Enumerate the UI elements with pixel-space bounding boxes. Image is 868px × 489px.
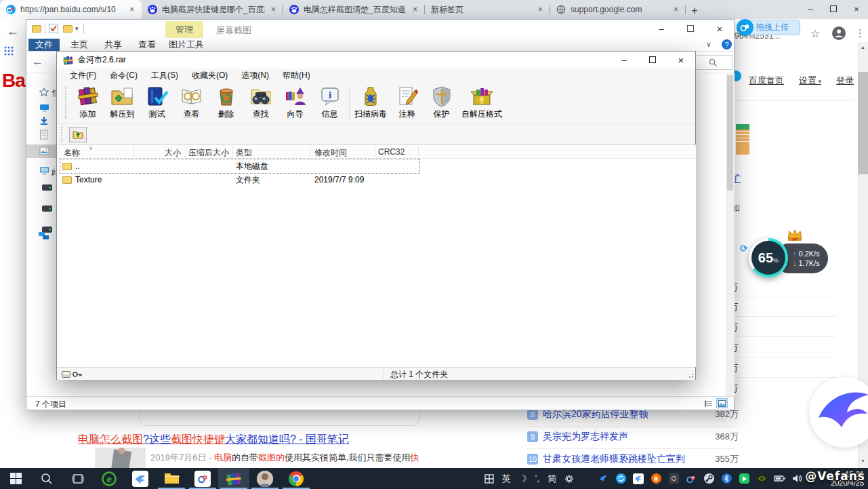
browser-restore-button[interactable]	[822, 0, 845, 18]
this-pc-icon[interactable]	[39, 166, 49, 176]
taskbar-app-avatar[interactable]	[249, 468, 281, 489]
baidu-home-link[interactable]: 百度首页	[749, 75, 784, 87]
tray-player-icon[interactable]	[735, 468, 753, 489]
search-result-title-link[interactable]: 电脑怎么截图?这些截图快捷键大家都知道吗? - 国哥笔记	[78, 433, 349, 447]
qat-dropdown-icon[interactable]: ▾	[75, 25, 79, 32]
network-icon[interactable]	[38, 231, 49, 241]
quick-access-star-icon[interactable]	[39, 87, 49, 97]
file-row-up[interactable]: .. 本地磁盘	[62, 159, 686, 173]
documents-icon[interactable]	[39, 130, 48, 140]
tab-close-icon[interactable]: ×	[411, 5, 419, 14]
browser-tab-baidu-zhidao[interactable]: 电脑怎样截图清楚_百度知道 ×	[283, 0, 425, 19]
toolbar-grip[interactable]	[65, 86, 68, 119]
winrar-minimize-button[interactable]: –	[610, 52, 638, 68]
taskbar-app-explorer[interactable]	[156, 468, 187, 489]
explorer-tab-share[interactable]: 共享	[98, 39, 128, 51]
qat-properties-icon[interactable]	[49, 24, 58, 33]
menu-file[interactable]: 文件(F)	[63, 70, 103, 81]
taskbar-app-winrar[interactable]	[218, 468, 249, 489]
bookmark-star-icon[interactable]: ☆	[810, 27, 820, 40]
browser-tab-baidu-search[interactable]: 电脑截屏快捷键是哪个_百度搜 ×	[142, 0, 283, 19]
winrar-maximize-button[interactable]	[638, 52, 667, 68]
menu-favorites[interactable]: 收藏夹(O)	[185, 70, 234, 81]
tray-volume-icon[interactable]	[788, 468, 806, 489]
profile-avatar-icon[interactable]	[832, 26, 846, 40]
ime-grid-icon[interactable]	[480, 468, 498, 489]
column-type[interactable]: 类型	[236, 147, 252, 159]
find-button[interactable]: 查找	[243, 83, 278, 122]
column-modified[interactable]: 修改时间	[314, 147, 347, 159]
test-button[interactable]: 测试	[140, 83, 174, 122]
netdisk-extension-icon[interactable]	[737, 19, 753, 36]
menu-help[interactable]: 帮助(H)	[276, 70, 317, 81]
protect-button[interactable]: 保护	[424, 83, 459, 122]
hot-item-9[interactable]: 9 吴宗宪为罗志祥发声 368万	[527, 431, 739, 443]
browser-menu-icon[interactable]: ⋮	[855, 27, 865, 39]
add-button[interactable]: 添加	[70, 83, 105, 122]
bird-logo[interactable]	[809, 377, 868, 448]
sfx-button[interactable]: 自解压格式	[459, 83, 505, 122]
pictures-icon[interactable]	[39, 146, 49, 155]
explorer-minimize-button[interactable]: –	[651, 21, 671, 36]
explorer-maximize-button[interactable]	[680, 21, 701, 36]
scroll-down-icon[interactable]: ▼	[858, 458, 868, 463]
delete-button[interactable]: 删除	[209, 83, 243, 122]
tray-bluetooth-icon[interactable]	[718, 468, 735, 489]
wizard-button[interactable]: 向导	[278, 83, 312, 122]
drive-icon[interactable]	[42, 184, 52, 191]
apps-grid-icon[interactable]	[4, 46, 14, 56]
column-packed[interactable]: 压缩后大小	[188, 147, 229, 159]
column-name[interactable]: 名称	[64, 147, 80, 159]
menu-commands[interactable]: 命令(C)	[103, 70, 144, 81]
tray-blue-swoosh-icon[interactable]	[594, 468, 612, 489]
info-button[interactable]: i 信息	[312, 83, 347, 122]
taskbar-search-icon[interactable]	[31, 468, 62, 489]
taskbar-app-netdisk[interactable]	[187, 468, 218, 489]
virus-scan-button[interactable]: 扫描病毒	[352, 83, 390, 122]
explorer-tab-picture-tools[interactable]: 图片工具	[165, 39, 207, 51]
tray-bird-icon[interactable]	[629, 468, 647, 489]
desktop-icon[interactable]	[39, 104, 49, 113]
tab-close-icon[interactable]: ×	[270, 5, 277, 14]
vip-crown-icon[interactable]: VIP	[786, 229, 804, 242]
ime-language-toggle[interactable]: 英	[498, 468, 515, 489]
browser-tab-newtab[interactable]: 新标签页 ×	[425, 0, 550, 19]
qat-folder-icon[interactable]	[32, 25, 41, 33]
browser-close-button[interactable]: ×	[845, 0, 868, 18]
comment-button[interactable]: 注释	[390, 83, 424, 122]
explorer-tab-file[interactable]: 文件	[28, 39, 60, 51]
drive-icon[interactable]	[42, 206, 52, 212]
explorer-tab-view[interactable]: 查看	[132, 39, 162, 51]
tray-battery-icon[interactable]	[770, 468, 788, 489]
explorer-help-icon[interactable]: ?	[722, 39, 732, 50]
menu-options[interactable]: 选项(N)	[234, 70, 276, 81]
baidu-login-link[interactable]: 登录	[836, 75, 854, 87]
taskbar-app-browser360[interactable]: e	[94, 468, 125, 489]
ime-settings-gear-icon[interactable]	[560, 468, 578, 489]
baidu-settings-link[interactable]: 设置 ▾	[799, 75, 821, 87]
hot-item-10[interactable]: 10 甘肃女孩遭老师猥亵跳楼坠亡宣判 355万	[527, 453, 739, 465]
file-row-texture[interactable]: Texture 文件夹 2019/7/7 9:09	[62, 173, 686, 187]
ime-punctuation-toggle[interactable]: ’,	[531, 468, 544, 489]
winrar-close-button[interactable]: ×	[667, 52, 695, 68]
explorer-scrollbar-thumb[interactable]	[727, 75, 733, 191]
browser-back-icon[interactable]: ←	[7, 24, 19, 39]
list-view-icon[interactable]	[703, 398, 714, 408]
column-crc32[interactable]: CRC32	[378, 147, 405, 157]
browser-tab-pan-baidu[interactable]: https://pan.baidu.com/s/10 ×	[0, 0, 142, 19]
start-button[interactable]	[0, 468, 31, 489]
hot-item-title[interactable]: 甘肃女孩遭老师猥亵跳楼坠亡宣判	[543, 453, 715, 465]
up-one-level-button[interactable]	[69, 127, 87, 142]
tab-close-icon[interactable]: ×	[537, 5, 544, 14]
page-scrollbar-thumb[interactable]	[858, 72, 868, 174]
explorer-context-tab-manage[interactable]: 管理	[165, 21, 203, 38]
column-size[interactable]: 大小	[134, 147, 181, 159]
ime-charset-toggle[interactable]: 简	[543, 468, 560, 489]
ime-halfmoon-icon[interactable]: ☽	[515, 468, 531, 489]
thumbnail-view-icon[interactable]	[716, 398, 728, 408]
taskbar-app-chrome[interactable]	[281, 468, 312, 489]
view-button[interactable]: 查看	[174, 83, 209, 122]
downloads-icon[interactable]	[39, 116, 49, 126]
sync-icon[interactable]: ⟳	[740, 243, 748, 254]
browser-tab-google-support[interactable]: support.google.com ×	[550, 0, 686, 19]
